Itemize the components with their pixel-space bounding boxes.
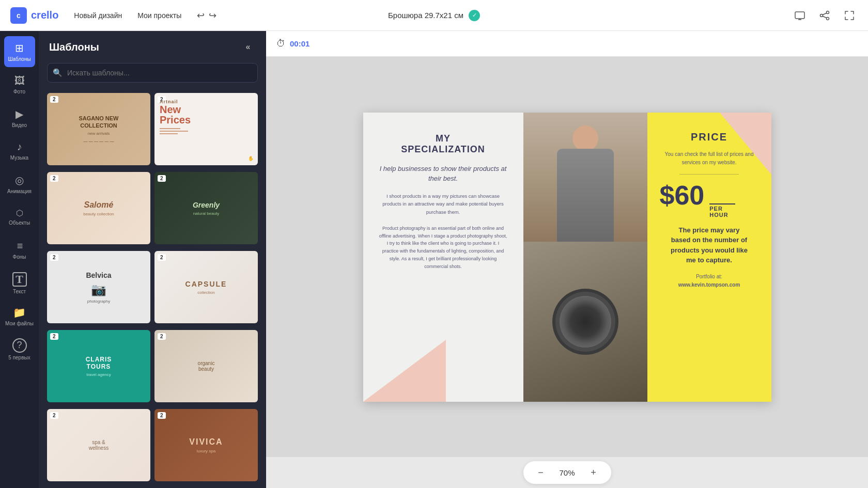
- template-card-2[interactable]: 2 Artnail NewPrices ✋: [154, 93, 258, 165]
- video-icon: ▶: [16, 108, 23, 120]
- card-inner-10: VIVICA luxury spa: [154, 409, 258, 481]
- timer-icon: ⏱: [276, 38, 286, 49]
- sidebar-label-top5: 5 первых: [8, 355, 30, 360]
- sidebar-item-animation[interactable]: ◎ Анимация: [4, 168, 35, 199]
- portfolio-info: Portfolio at: www.kevin.tompson.com: [660, 273, 759, 289]
- template-card-9[interactable]: 2 spa &wellness: [47, 409, 150, 481]
- person-head: [572, 125, 598, 151]
- undo-button[interactable]: ↩: [197, 10, 205, 21]
- pink-triangle-left: [363, 340, 446, 402]
- templates-icon: ⊞: [15, 42, 24, 54]
- sidebar-label-myfiles: Мои файлы: [5, 321, 34, 326]
- price-divider: [679, 174, 739, 175]
- per-divider: [709, 203, 735, 204]
- sidebar-item-text[interactable]: T Текст: [4, 267, 35, 298]
- template-grid: 2 SAGANO NEWCOLLECTION new arrivals — — …: [39, 89, 266, 488]
- vivica-sub: luxury spa: [197, 449, 215, 453]
- photo-icon: 🖼: [14, 75, 25, 87]
- person-body: [557, 149, 614, 242]
- left-sidebar: ⊞ Шаблоны 🖼 Фото ▶ Видео ♪ Музыка ◎ Аним…: [0, 31, 39, 488]
- brochure-middle-panel: [523, 113, 647, 402]
- svg-point-3: [827, 17, 829, 20]
- card-inner-6: CAPSULE collection: [154, 251, 258, 323]
- card-inner-8: organicbeauty: [154, 330, 258, 402]
- salome-label: Salomé: [84, 200, 114, 210]
- sidebar-item-music[interactable]: ♪ Музыка: [4, 135, 35, 166]
- claris-label: CLARISTOURS: [86, 356, 112, 370]
- photo-bottom: [523, 242, 647, 402]
- zoom-out-button[interactable]: −: [534, 465, 548, 480]
- zoom-in-button[interactable]: +: [586, 465, 601, 480]
- logo-icon: c: [10, 7, 27, 24]
- canvas-toolbar: ⏱ 00:01: [266, 31, 868, 57]
- sidebar-label-video: Видео: [12, 122, 27, 128]
- new-prices-title: NewPrices: [160, 104, 253, 125]
- fullscreen-button[interactable]: [841, 7, 858, 24]
- nav-new-design[interactable]: Новый дизайн: [74, 11, 122, 20]
- brochure-canvas: MY SPECIALIZATION I help businesses to s…: [363, 113, 771, 402]
- photo-bottom-bg: [523, 242, 647, 402]
- template-card-7[interactable]: 2 CLARISTOURS travel agency: [47, 330, 150, 402]
- camera-lens: [560, 296, 611, 348]
- sidebar-item-photo[interactable]: 🖼 Фото: [4, 69, 35, 100]
- logo-text: crello: [31, 9, 58, 21]
- sidebar-label-photo: Фото: [13, 89, 25, 95]
- template-card-1[interactable]: 2 SAGANO NEWCOLLECTION new arrivals — — …: [47, 93, 150, 165]
- beauty-label: Greenly: [193, 201, 220, 209]
- nav-actions: [792, 7, 858, 24]
- myfiles-icon: 📁: [13, 306, 26, 319]
- top-nav: c crello Новый дизайн Мои проекты ↩ ↪ Бр…: [0, 0, 868, 31]
- template-card-10[interactable]: 2 VIVICA luxury spa: [154, 409, 258, 481]
- search-input[interactable]: [47, 63, 258, 83]
- music-icon: ♪: [17, 141, 22, 153]
- card-sublabel-1: new arrivals: [88, 131, 110, 136]
- camera-icon: 📷: [91, 282, 106, 297]
- template-card-4[interactable]: 2 Greenly natural beauty: [154, 172, 258, 244]
- doc-title-group: Брошюра 29.7x21 см ✓: [388, 10, 480, 21]
- card-inner-9: spa &wellness: [47, 409, 150, 481]
- timer-display: ⏱ 00:01: [276, 38, 309, 49]
- canvas-scroll[interactable]: MY SPECIALIZATION I help businesses to s…: [266, 57, 868, 457]
- card-inner-3: Salomé beauty collection: [47, 172, 150, 244]
- brochure-right-panel: PRICE You can check the full list of pri…: [647, 113, 771, 402]
- sidebar-label-text: Текст: [13, 289, 26, 294]
- sidebar-item-objects[interactable]: ⬡ Объекты: [4, 201, 35, 232]
- present-button[interactable]: [792, 7, 808, 24]
- capsule-sub: collection: [197, 290, 214, 295]
- photo-top-bg: [523, 113, 647, 242]
- portfolio-label: Portfolio at:: [696, 274, 722, 279]
- card-inner-7: CLARISTOURS travel agency: [47, 330, 150, 402]
- template-card-3[interactable]: 2 Salomé beauty collection: [47, 172, 150, 244]
- panel-collapse-button[interactable]: «: [240, 39, 256, 55]
- template-card-5[interactable]: 2 Belvica 📷 photography: [47, 251, 150, 323]
- zoom-value: 70%: [556, 468, 578, 477]
- template-card-8[interactable]: 2 organicbeauty: [154, 330, 258, 402]
- logo[interactable]: c crello: [10, 7, 58, 24]
- sidebar-item-myfiles[interactable]: 📁 Мои файлы: [4, 301, 35, 332]
- sidebar-item-top5[interactable]: ? 5 первых: [4, 334, 35, 365]
- card-footer-2: ✋: [248, 156, 254, 161]
- card-label-1: SAGANO NEWCOLLECTION: [79, 115, 119, 130]
- sidebar-item-templates[interactable]: ⊞ Шаблоны: [4, 36, 35, 67]
- zoom-control: − 70% +: [523, 461, 611, 484]
- save-status-badge: ✓: [469, 10, 480, 21]
- redo-button[interactable]: ↪: [209, 10, 216, 21]
- card-8-label: organicbeauty: [198, 360, 215, 372]
- backgrounds-icon: ≡: [17, 240, 22, 252]
- sidebar-item-video[interactable]: ▶ Видео: [4, 102, 35, 133]
- person-silhouette: [557, 125, 614, 242]
- svg-point-2: [820, 14, 823, 17]
- claris-sub: travel agency: [86, 372, 111, 377]
- search-icon: 🔍: [53, 68, 63, 77]
- main-layout: ⊞ Шаблоны 🖼 Фото ▶ Видео ♪ Музыка ◎ Аним…: [0, 31, 868, 488]
- animation-icon: ◎: [15, 174, 24, 186]
- share-button[interactable]: [816, 7, 833, 24]
- sidebar-label-backgrounds: Фоны: [13, 254, 26, 260]
- sidebar-item-backgrounds[interactable]: ≡ Фоны: [4, 234, 35, 265]
- template-card-6[interactable]: 2 CAPSULE collection: [154, 251, 258, 323]
- timer-value: 00:01: [290, 39, 309, 48]
- sidebar-label-animation: Анимация: [7, 188, 32, 194]
- nav-my-projects[interactable]: Мои проекты: [137, 11, 181, 20]
- zoom-bar: − 70% +: [266, 457, 868, 488]
- card-9-label: spa &wellness: [89, 439, 109, 451]
